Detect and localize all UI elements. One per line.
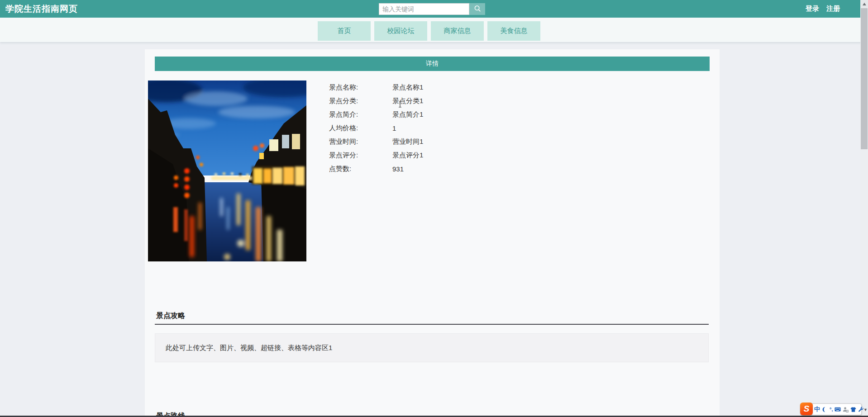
guide-content-box: 此处可上传文字、图片、视频、超链接、表格等内容区1 [155, 333, 709, 362]
keyboard-icon[interactable] [835, 405, 841, 413]
moon-icon[interactable] [822, 405, 828, 413]
search-bar [379, 3, 485, 15]
detail-fields: 景点名称: 景点名称1 景点分类: 景点分类1 景点简介: 景点简介1 人均价格… [329, 81, 423, 175]
field-row-rating: 景点评分: 景点评分1 [329, 148, 423, 162]
mouse-cursor-ibeam [398, 101, 402, 108]
detail-section-header: 详情 [155, 57, 710, 71]
vertical-scrollbar[interactable] [860, 0, 868, 417]
scrollbar-thumb[interactable] [861, 8, 868, 149]
app-header: 学院生活指南网页 登录 注册 [0, 0, 860, 18]
content-card: 详情 [145, 49, 720, 417]
account-icon[interactable] [843, 405, 849, 413]
guide-content-text: 此处可上传文字、图片、视频、超链接、表格等内容区1 [166, 344, 332, 352]
site-title: 学院生活指南网页 [5, 0, 78, 18]
search-button[interactable] [469, 3, 485, 15]
tab-campus-forum[interactable]: 校园论坛 [374, 21, 427, 41]
skin-tshirt-icon[interactable] [850, 405, 856, 413]
field-row-name: 景点名称: 景点名称1 [329, 81, 423, 94]
guide-section-title: 景点攻略 [156, 311, 185, 321]
field-value: 931 [392, 165, 404, 173]
ime-toolbar: S 中 °, [801, 403, 862, 415]
field-row-price: 人均价格: 1 [329, 121, 423, 135]
field-label: 营业时间: [329, 137, 392, 146]
field-value: 景点分类1 [392, 97, 423, 105]
field-label: 人均价格: [329, 124, 392, 133]
attraction-photo [148, 81, 306, 261]
arrow-up-icon [863, 3, 866, 5]
auth-links: 登录 注册 [806, 0, 840, 18]
tab-home[interactable]: 首页 [318, 21, 371, 41]
field-value: 1 [392, 124, 396, 132]
ime-expand-arrow-icon[interactable]: ▼ [863, 408, 868, 412]
field-label: 景点分类: [329, 97, 392, 105]
sogou-logo-icon[interactable]: S [800, 403, 813, 415]
field-row-intro: 景点简介: 景点简介1 [329, 108, 423, 121]
scrollbar-up-button[interactable] [860, 0, 868, 8]
section-divider [155, 324, 709, 325]
field-label: 景点简介: [329, 110, 392, 119]
field-value: 景点评分1 [392, 151, 423, 160]
field-value: 景点名称1 [392, 83, 423, 92]
field-row-hours: 营业时间: 营业时间1 [329, 135, 423, 148]
punctuation-icon[interactable]: °, [830, 405, 833, 413]
tab-food-info[interactable]: 美食信息 [487, 21, 540, 41]
field-label: 景点名称: [329, 83, 392, 92]
field-row-category: 景点分类: 景点分类1 [329, 94, 423, 108]
field-label: 点赞数: [329, 165, 392, 173]
field-row-likes: 点赞数: 931 [329, 162, 423, 175]
search-input[interactable] [379, 3, 469, 15]
magnifier-icon [473, 5, 482, 14]
login-link[interactable]: 登录 [806, 5, 819, 13]
chinese-mode-icon[interactable]: 中 [814, 405, 820, 413]
tab-merchant-info[interactable]: 商家信息 [431, 21, 484, 41]
field-value: 营业时间1 [392, 137, 423, 146]
register-link[interactable]: 注册 [826, 5, 840, 13]
field-label: 景点评分: [329, 151, 392, 160]
nav-tabs: 首页 校园论坛 商家信息 美食信息 [318, 21, 540, 41]
field-value: 景点简介1 [392, 110, 423, 119]
page: 学院生活指南网页 登录 注册 首页 校园论坛 商家信息 美食信息 [0, 0, 868, 417]
main-nav: 首页 校园论坛 商家信息 美食信息 [0, 18, 868, 42]
